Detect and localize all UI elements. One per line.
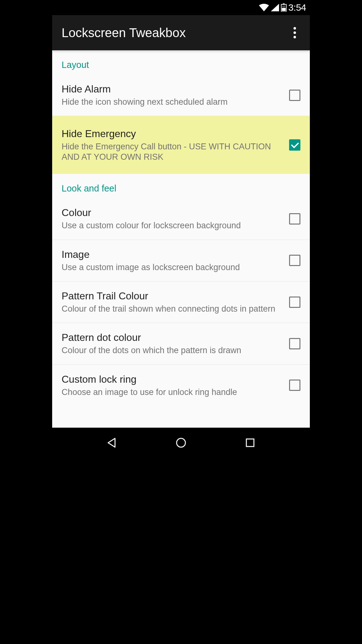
back-button[interactable] <box>102 433 121 452</box>
app-bar: Lockscreen Tweakbox <box>52 15 310 50</box>
setting-desc: Colour of the trail shown when connectin… <box>62 304 283 314</box>
setting-desc: Hide the Emergency Call button - USE WIT… <box>62 142 283 162</box>
home-icon <box>175 437 187 448</box>
back-icon <box>106 437 118 448</box>
svg-text:62: 62 <box>282 5 285 8</box>
setting-desc: Use a custom colour for lockscreen backg… <box>62 220 283 230</box>
checkbox[interactable] <box>289 255 300 266</box>
checkbox[interactable] <box>289 139 300 151</box>
setting-title: Hide Alarm <box>62 83 283 95</box>
setting-title: Image <box>62 249 283 260</box>
setting-title: Colour <box>62 207 283 219</box>
setting-colour[interactable]: Colour Use a custom colour for lockscree… <box>52 198 310 240</box>
setting-title: Pattern dot colour <box>62 332 283 343</box>
home-button[interactable] <box>172 433 190 452</box>
setting-title: Hide Emergency <box>62 128 283 140</box>
wifi-icon <box>259 4 269 11</box>
setting-desc: Colour of the dots on which the pattern … <box>62 345 283 355</box>
setting-hide-emergency[interactable]: Hide Emergency Hide the Emergency Call b… <box>52 116 310 174</box>
battery-icon: 62 <box>281 3 287 12</box>
checkbox[interactable] <box>289 380 300 391</box>
more-vert-icon <box>293 27 296 38</box>
setting-title: Pattern Trail Colour <box>62 290 283 302</box>
section-header-layout: Layout <box>52 50 310 75</box>
svg-point-4 <box>177 438 185 447</box>
navigation-bar <box>52 428 310 458</box>
setting-hide-alarm[interactable]: Hide Alarm Hide the icon showing next sc… <box>52 75 310 116</box>
checkbox[interactable] <box>289 90 300 101</box>
overflow-menu-button[interactable] <box>287 25 302 40</box>
section-header-lookandfeel: Look and feel <box>52 174 310 198</box>
app-title: Lockscreen Tweakbox <box>62 26 186 40</box>
setting-desc: Hide the icon showing next scheduled ala… <box>62 97 283 107</box>
checkbox[interactable] <box>289 297 300 308</box>
recents-icon <box>245 438 255 447</box>
svg-rect-5 <box>246 439 254 447</box>
setting-desc: Use a custom image as lockscreen backgro… <box>62 262 283 272</box>
setting-pattern-dot-colour[interactable]: Pattern dot colour Colour of the dots on… <box>52 323 310 364</box>
setting-custom-lock-ring[interactable]: Custom lock ring Choose an image to use … <box>52 365 310 406</box>
settings-list[interactable]: Layout Hide Alarm Hide the icon showing … <box>52 50 310 428</box>
recents-button[interactable] <box>241 433 260 452</box>
phone-frame: 62 3:54 Lockscreen Tweakbox Layout Hide … <box>52 0 310 458</box>
setting-image[interactable]: Image Use a custom image as lockscreen b… <box>52 240 310 281</box>
setting-desc: Choose an image to use for unlock ring h… <box>62 387 283 397</box>
status-clock: 3:54 <box>288 2 306 13</box>
signal-icon <box>271 4 279 11</box>
checkbox[interactable] <box>289 213 300 225</box>
checkbox[interactable] <box>289 338 300 349</box>
status-bar: 62 3:54 <box>52 0 310 15</box>
svg-rect-2 <box>282 8 286 11</box>
setting-pattern-trail-colour[interactable]: Pattern Trail Colour Colour of the trail… <box>52 281 310 323</box>
setting-title: Custom lock ring <box>62 374 283 385</box>
